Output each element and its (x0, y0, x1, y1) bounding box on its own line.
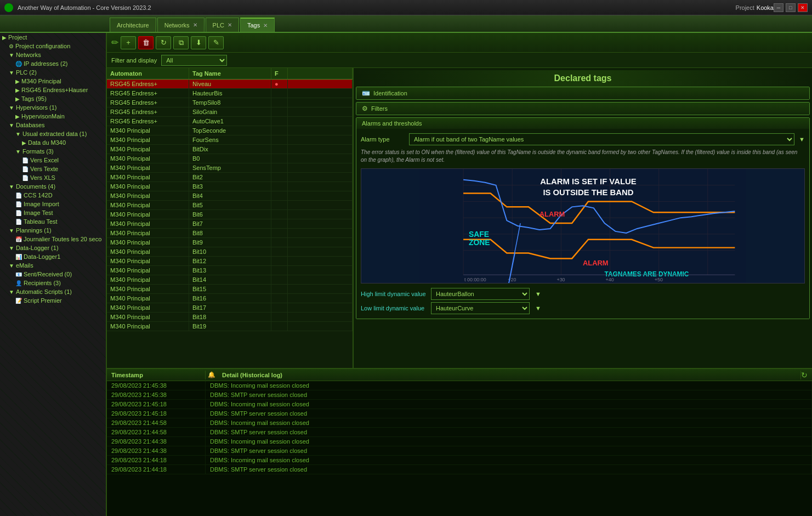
sidebar-item[interactable]: 📄Image Test (0, 208, 106, 217)
download-button[interactable]: ⬇ (191, 36, 206, 49)
minimize-button[interactable]: ─ (774, 3, 783, 12)
table-row[interactable]: M340 Principal Bit15 (107, 285, 353, 294)
low-limit-chevron[interactable]: ▼ (535, 305, 541, 311)
sidebar-item[interactable]: ▼Formats (3) (0, 147, 106, 156)
sidebar-item[interactable]: 🌐IP addresses (2) (0, 59, 106, 68)
sidebar-item[interactable]: ▶M340 Principal (0, 77, 106, 86)
copy-button[interactable]: ⧉ (173, 36, 189, 49)
main-area: ▶Project⚙Project configuration▼Networks🌐… (0, 33, 812, 516)
tree-label: CCS 142D (24, 192, 53, 199)
col-extra (288, 68, 353, 79)
tab-tags[interactable]: Tags ✕ (240, 18, 275, 32)
tab-tags-close[interactable]: ✕ (263, 22, 268, 29)
table-row[interactable]: M340 Principal Bit10 (107, 247, 353, 257)
filters-header[interactable]: ⚙ Filters (356, 103, 809, 115)
add-tag-button[interactable]: + (121, 36, 136, 49)
table-row[interactable]: RSG45 Endress+ SiloGrain (107, 107, 353, 117)
tab-networks-close[interactable]: ✕ (193, 22, 197, 28)
low-limit-select[interactable]: HauteurCurve (431, 302, 530, 314)
sidebar-item[interactable]: ⚙Project configuration (0, 42, 106, 50)
sidebar-item[interactable]: 📧Sent/Received (0) (0, 270, 106, 279)
sidebar-item[interactable]: ▶Tags (95) (0, 94, 106, 103)
sidebar-item[interactable]: ▶Data du M340 (0, 138, 106, 147)
sidebar-item[interactable]: 📝Script Premier (0, 296, 106, 305)
log-col-detail: Detail (Historical log) (218, 371, 801, 379)
delete-tag-button[interactable]: 🗑 (138, 36, 154, 49)
sidebar-item[interactable]: ▼PLC (2) (0, 68, 106, 77)
sidebar-item[interactable]: ▼Automatic Scripts (1) (0, 287, 106, 296)
edit-button[interactable]: ✎ (208, 36, 224, 49)
tab-plc-close[interactable]: ✕ (228, 22, 232, 28)
table-row[interactable]: RSG45 Endress+ HauteurBis (107, 89, 353, 98)
cell-tagname: AutoClave1 (189, 117, 271, 126)
tree-label: RSG45 Endress+Hauser (21, 87, 88, 93)
table-row[interactable]: M340 Principal Bit16 (107, 294, 353, 303)
svg-text:SAFE: SAFE (469, 230, 489, 239)
tab-tags-label: Tags (247, 22, 260, 29)
table-row[interactable]: RSG45 Endress+ Niveau ● (107, 80, 353, 89)
filter-select[interactable]: All (161, 55, 227, 66)
sidebar-item[interactable]: 📄Vers Excel (0, 156, 106, 165)
cell-f (271, 107, 288, 116)
sidebar-item[interactable]: ▼Plannings (1) (0, 226, 106, 235)
sidebar-item[interactable]: ▼Databases (0, 121, 106, 129)
alarms-header[interactable]: Alarms and thresholds (356, 118, 809, 129)
table-row[interactable]: M340 Principal TopSeconde (107, 126, 353, 135)
table-row[interactable]: M340 Principal Bit17 (107, 303, 353, 313)
table-row[interactable]: M340 Principal Bit9 (107, 238, 353, 247)
sidebar-item[interactable]: ▼Data-Logger (1) (0, 243, 106, 252)
table-row[interactable]: M340 Principal Bit14 (107, 275, 353, 285)
sidebar-item[interactable]: 📄CCS 142D (0, 191, 106, 200)
maximize-button[interactable]: □ (786, 3, 796, 12)
log-timestamp: 29/08/2023 21:44:58 (107, 418, 206, 427)
svg-text:+40: +40 (606, 277, 614, 282)
table-row[interactable]: RSG45 Endress+ AutoClave1 (107, 117, 353, 126)
sidebar-item[interactable]: ▶Project (0, 33, 106, 42)
table-row[interactable]: RSG45 Endress+ TempSilo8 (107, 98, 353, 107)
table-row[interactable]: M340 Principal Bit4 (107, 191, 353, 201)
alarm-type-chevron[interactable]: ▼ (799, 136, 805, 143)
close-button[interactable]: ✕ (798, 3, 808, 12)
table-row[interactable]: M340 Principal BitDix (107, 145, 353, 154)
table-row[interactable]: M340 Principal Bit7 (107, 219, 353, 229)
alarm-type-select[interactable]: Alarm if out band of two TagName values (409, 133, 794, 145)
table-row[interactable]: M340 Principal Bit6 (107, 210, 353, 219)
sidebar-item[interactable]: 👤Recipients (3) (0, 279, 106, 287)
table-row[interactable]: M340 Principal B0 (107, 154, 353, 163)
sidebar-item[interactable]: ▶RSG45 Endress+Hauser (0, 86, 106, 94)
tab-networks[interactable]: Networks ✕ (157, 18, 205, 32)
table-row[interactable]: M340 Principal Bit13 (107, 266, 353, 275)
table-row[interactable]: M340 Principal SensTemp (107, 163, 353, 173)
cell-automaton: M340 Principal (107, 313, 189, 321)
high-limit-chevron[interactable]: ▼ (535, 291, 541, 297)
table-row[interactable]: M340 Principal Bit12 (107, 257, 353, 266)
table-row[interactable]: M340 Principal Bit5 (107, 201, 353, 210)
refresh-button[interactable]: ↻ (156, 36, 171, 49)
sidebar-item[interactable]: ▶HypervisonMain (0, 112, 106, 121)
sidebar-item[interactable]: ▼Networks (0, 50, 106, 59)
sidebar-item[interactable]: 📊Data-Logger1 (0, 252, 106, 261)
sidebar-item[interactable]: ▼eMails (0, 261, 106, 270)
sidebar-item[interactable]: ▼Usual extracted data (1) (0, 129, 106, 138)
table-row[interactable]: M340 Principal Bit3 (107, 182, 353, 191)
table-row[interactable]: M340 Principal Bit19 (107, 322, 353, 331)
sidebar-item[interactable]: 📄Image Import (0, 200, 106, 208)
sidebar-item[interactable]: 📅Journalier Toutes les 20 seco (0, 235, 106, 243)
tab-architecture[interactable]: Architecture (110, 18, 156, 32)
table-row[interactable]: M340 Principal Bit2 (107, 173, 353, 182)
log-refresh-button[interactable]: ↻ (801, 371, 808, 379)
table-row[interactable]: M340 Principal Bit8 (107, 229, 353, 238)
tab-plc[interactable]: PLC ✕ (206, 18, 239, 32)
high-limit-select[interactable]: HauteurBallon (431, 288, 530, 300)
table-row[interactable]: M340 Principal Bit18 (107, 313, 353, 322)
table-row[interactable]: M340 Principal FourSens (107, 135, 353, 145)
sidebar-item[interactable]: 📄Vers Texte (0, 165, 106, 173)
sidebar-item[interactable]: ▼Hypervisors (1) (0, 103, 106, 112)
identification-header[interactable]: 🪪 Identification (356, 87, 809, 99)
log-detail: DBMS: Incoming mail session closed (206, 437, 812, 446)
cell-tagname: Bit14 (189, 275, 271, 284)
sidebar-item[interactable]: 📄Tableau Test (0, 217, 106, 226)
cell-extra (288, 313, 353, 321)
sidebar-item[interactable]: ▼Documents (4) (0, 182, 106, 191)
sidebar-item[interactable]: 📄Vers XLS (0, 173, 106, 182)
